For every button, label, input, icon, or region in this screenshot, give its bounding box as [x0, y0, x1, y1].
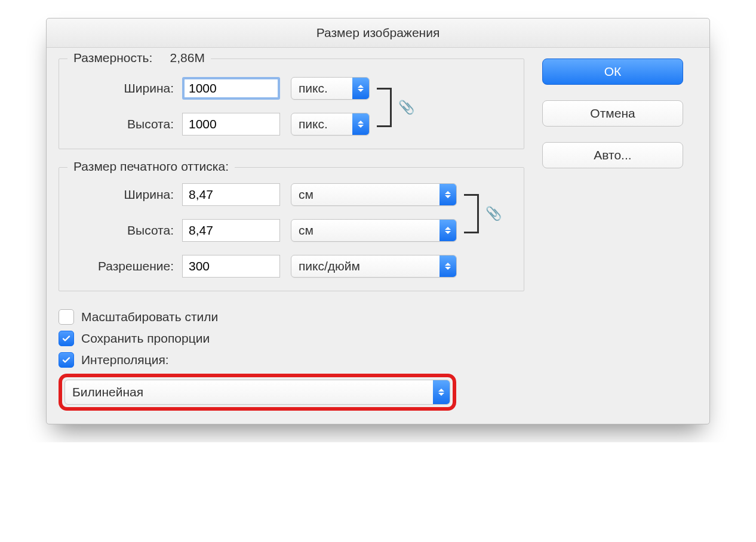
chevron-updown-icon: [440, 255, 456, 277]
dialog-title: Размер изображения: [47, 19, 709, 48]
scale-styles-checkbox-row[interactable]: Масштабировать стили: [59, 309, 524, 325]
print-height-unit-text: см: [291, 223, 440, 238]
print-height-input[interactable]: [182, 219, 280, 242]
pixel-dimensions-group: Размерность: 2,86M Ширина: пикс.: [59, 58, 524, 149]
print-size-legend: Размер печатного оттиска:: [67, 159, 235, 174]
pixel-dimensions-legend: Размерность: 2,86M: [67, 51, 211, 65]
pixel-width-input[interactable]: [182, 77, 280, 100]
resolution-label: Разрешение:: [72, 259, 174, 273]
cancel-button[interactable]: Отмена: [542, 100, 683, 127]
auto-button[interactable]: Авто...: [542, 142, 683, 168]
chevron-updown-icon: [352, 113, 369, 135]
checkbox-checked-icon: [59, 331, 74, 346]
checkbox-unchecked-icon: [59, 309, 74, 325]
constrain-proportions-checkbox-row[interactable]: Сохранить пропорции: [59, 331, 524, 346]
interpolation-checkbox-row[interactable]: Интерполяция:: [59, 352, 524, 368]
paperclip-icon: 📎: [485, 206, 502, 221]
resolution-unit-select[interactable]: пикс/дюйм: [291, 255, 457, 278]
chevron-updown-icon: [440, 220, 456, 241]
print-height-unit-select[interactable]: см: [291, 219, 457, 242]
chevron-updown-icon: [352, 78, 369, 99]
ok-button[interactable]: ОК: [542, 58, 683, 85]
pixel-height-input[interactable]: [182, 113, 280, 136]
print-width-input[interactable]: [182, 183, 280, 206]
print-width-unit-select[interactable]: см: [291, 183, 457, 206]
print-height-label: Высота:: [72, 223, 174, 238]
print-width-label: Ширина:: [72, 187, 174, 202]
resolution-unit-text: пикс/дюйм: [291, 259, 440, 273]
pixel-height-unit-text: пикс.: [291, 117, 352, 131]
print-size-group: Размер печатного оттиска: Ширина: см Выс…: [59, 167, 524, 291]
paperclip-icon: 📎: [398, 100, 414, 115]
interpolation-select[interactable]: Билинейная: [64, 380, 450, 405]
chevron-updown-icon: [440, 184, 456, 205]
file-size-text: 2,86M: [170, 51, 205, 64]
interpolation-label: Интерполяция:: [81, 353, 169, 367]
resolution-input[interactable]: [182, 255, 280, 278]
constrain-link-icon: [464, 194, 479, 233]
pixel-height-label: Высота:: [72, 117, 174, 131]
constrain-link-icon: [377, 88, 392, 127]
image-size-dialog: Размер изображения Размерность: 2,86M Ши…: [46, 18, 710, 424]
pixel-width-unit-text: пикс.: [291, 81, 352, 96]
pixel-height-unit-select[interactable]: пикс.: [291, 113, 370, 136]
constrain-proportions-label: Сохранить пропорции: [81, 331, 210, 346]
interpolation-value: Билинейная: [65, 385, 433, 399]
checkbox-checked-icon: [59, 352, 74, 368]
pixel-width-label: Ширина:: [72, 81, 174, 96]
scale-styles-label: Масштабировать стили: [81, 310, 218, 324]
chevron-updown-icon: [433, 380, 450, 404]
interpolation-highlight: Билинейная: [59, 374, 456, 411]
pixel-width-unit-select[interactable]: пикс.: [291, 77, 370, 100]
dimensions-label: Размерность:: [73, 51, 152, 64]
print-width-unit-text: см: [291, 187, 440, 202]
